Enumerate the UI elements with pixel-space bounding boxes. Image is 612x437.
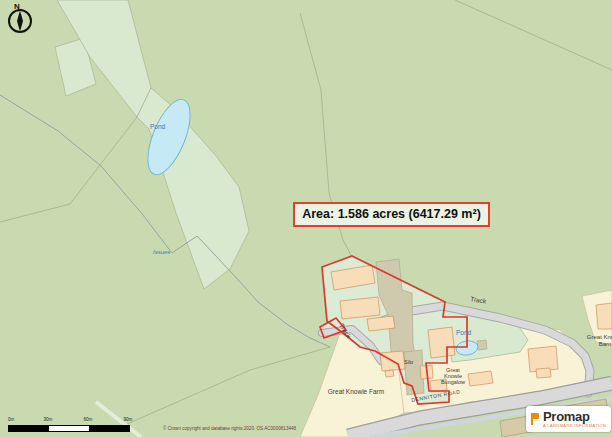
bungalow-building — [528, 346, 558, 372]
promap-logo: Promap A LANDMARK INFORMATION — [526, 406, 611, 432]
issues-label: Issues — [153, 249, 170, 256]
copyright-text: © Crown copyright and database rights 20… — [163, 426, 296, 431]
field-with-pond — [137, 88, 249, 289]
north-compass: N — [4, 0, 38, 36]
promap-logo-icon — [530, 412, 540, 426]
barn-building — [340, 297, 380, 319]
scale-tick: 90m — [124, 417, 133, 422]
promap-wordmark: Promap — [543, 410, 606, 423]
compass-needle-icon — [17, 11, 23, 32]
silo-label: Silo — [404, 359, 413, 365]
building — [428, 327, 455, 358]
promap-tagline: A LANDMARK INFORMATION — [543, 424, 606, 428]
scale-tick: 60m — [84, 417, 93, 422]
area-annotation[interactable]: Area: 1.586 acres (6417.29 m²) — [293, 202, 490, 227]
map-canvas: N Pond Issues Track Track Pond Silo Grea… — [0, 0, 612, 437]
scale-tick: 30m — [44, 417, 53, 422]
scale-bar-graphic — [8, 425, 130, 432]
barn-building — [596, 303, 612, 329]
pond-label: Pond — [150, 123, 165, 130]
great-knowle-barn-label: Great Knowle Barn — [577, 334, 612, 347]
building — [367, 316, 395, 331]
building — [468, 371, 493, 386]
great-knowle-farm-label: Great Knowle Farm — [320, 388, 392, 395]
scale-bar: 0m 30m 60m 90m — [8, 417, 134, 433]
farmhouse-porch — [385, 370, 394, 377]
pond-label: Pond — [456, 329, 471, 336]
bungalow-wing — [536, 368, 551, 378]
scale-tick: 0m — [8, 417, 14, 422]
great-knowle-bungalow-label: Great Knowle Bungalow — [436, 367, 470, 385]
